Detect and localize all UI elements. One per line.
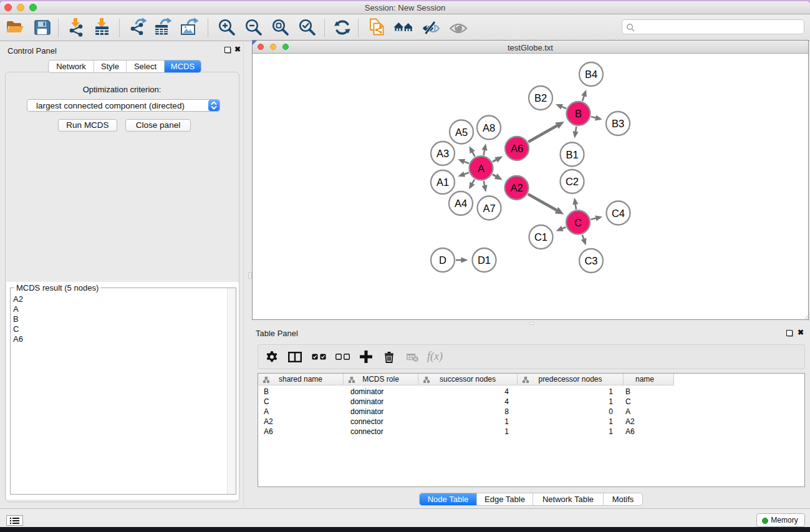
svg-text:C1: C1 [534,231,547,243]
svg-text:A1: A1 [436,177,449,188]
svg-text:B3: B3 [612,118,624,129]
svg-text:C3: C3 [584,255,597,266]
svg-text:A7: A7 [483,203,495,214]
svg-text:B1: B1 [566,149,578,160]
svg-text:A2: A2 [510,182,523,193]
svg-text:D: D [439,254,446,266]
svg-text:A3: A3 [436,148,449,159]
svg-text:A: A [478,163,485,174]
svg-text:C: C [574,217,582,228]
svg-text:D1: D1 [478,254,491,266]
svg-text:B: B [575,108,582,119]
svg-text:A5: A5 [455,127,468,138]
svg-text:B4: B4 [585,69,597,80]
svg-text:A8: A8 [483,122,495,133]
svg-text:A6: A6 [511,143,523,154]
svg-text:B2: B2 [534,92,547,104]
svg-text:A4: A4 [455,198,467,209]
svg-text:C2: C2 [566,176,579,187]
svg-text:C4: C4 [612,208,625,219]
